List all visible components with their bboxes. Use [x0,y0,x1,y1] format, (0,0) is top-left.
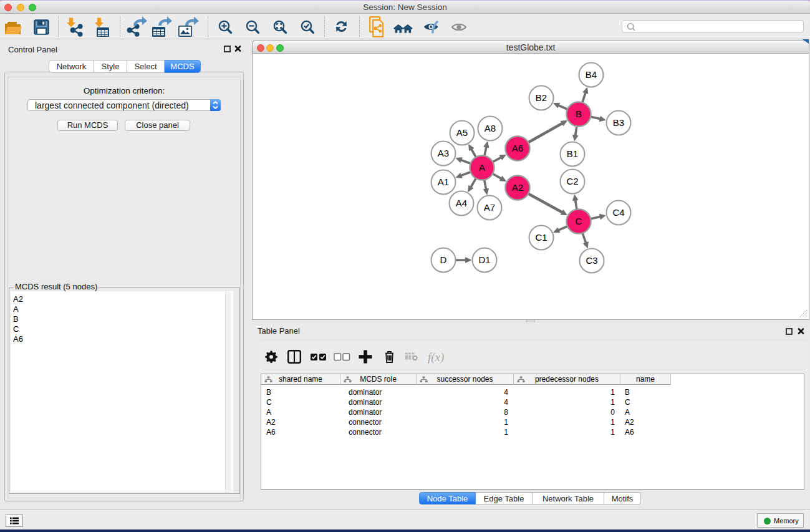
svg-text:A6: A6 [512,143,523,153]
svg-text:A1: A1 [438,177,449,187]
svg-text:D: D [440,254,447,265]
svg-text:D1: D1 [478,254,490,265]
svg-text:B2: B2 [536,92,547,103]
svg-text:A4: A4 [456,198,467,208]
svg-text:A8: A8 [485,123,496,133]
svg-text:C4: C4 [612,207,624,218]
svg-text:B1: B1 [567,148,578,159]
svg-text:B4: B4 [586,69,597,80]
svg-text:C3: C3 [586,255,597,266]
svg-text:A5: A5 [456,127,468,138]
svg-text:B: B [576,109,582,119]
svg-text:A3: A3 [438,148,449,158]
svg-text:A2: A2 [512,182,523,193]
svg-text:A: A [479,162,485,173]
svg-text:C2: C2 [566,176,578,186]
svg-text:C: C [576,216,582,226]
svg-text:C1: C1 [535,232,547,243]
svg-text:B3: B3 [613,117,624,128]
svg-text:A7: A7 [484,202,495,213]
